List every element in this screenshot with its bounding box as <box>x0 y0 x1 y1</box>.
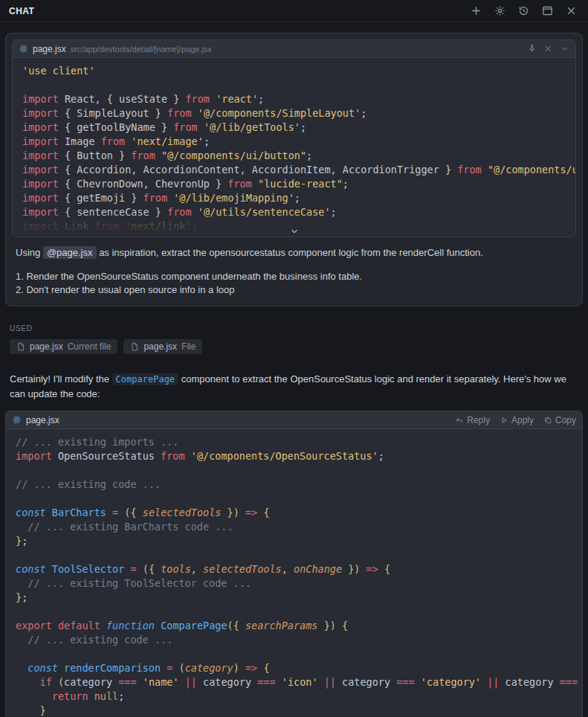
pin-button[interactable] <box>527 44 537 54</box>
plus-icon <box>471 5 482 16</box>
attached-code-body: 'use client' import React, { useState } … <box>13 58 575 237</box>
react-file-icon <box>19 44 28 54</box>
history-icon <box>518 5 529 16</box>
attached-code-header: page.jsx src/app/devtools/detail/[name]/… <box>13 40 575 58</box>
message-text-post: as inspiration, extract the opensourcest… <box>99 247 483 258</box>
assistant-code-body: // ... existing imports ...import OpenSo… <box>6 429 582 717</box>
chevron-down-icon <box>288 226 300 237</box>
chip-file-type: Current file <box>68 341 112 352</box>
play-icon <box>500 416 508 425</box>
gear-icon <box>494 5 505 16</box>
reply-button[interactable]: Reply <box>455 415 490 425</box>
settings-button[interactable] <box>491 3 508 19</box>
used-section-label: USED <box>10 324 578 332</box>
expand-code-button[interactable] <box>288 226 300 237</box>
user-message-list: 1. Render the OpenSourceStatus component… <box>16 270 572 297</box>
chip-file-name: page.jsx <box>30 341 63 352</box>
assistant-text-pre: Certainly! I'll modify the <box>10 373 109 385</box>
chat-topbar: CHAT <box>0 0 588 22</box>
assistant-code-actions: Reply Apply Copy <box>455 415 576 425</box>
close-icon <box>543 44 553 54</box>
collapse-card-button[interactable] <box>560 44 569 54</box>
component-reference-link[interactable]: ComparePage <box>112 373 178 385</box>
assistant-code-header: page.jsx Reply Apply Copy <box>6 411 582 429</box>
file-icon <box>16 342 25 351</box>
user-message-panel: page.jsx src/app/devtools/detail/[name]/… <box>5 33 583 306</box>
pin-icon <box>527 44 537 54</box>
attached-code-actions <box>527 44 569 54</box>
file-mention-chip[interactable]: @page.jsx <box>43 246 97 259</box>
list-item-2: 2. Don't render the usual open source in… <box>16 284 234 295</box>
chip-file-name: page.jsx <box>143 341 177 352</box>
user-message-line: Using @page.jsx as inspiration, extract … <box>16 246 572 260</box>
topbar-actions <box>468 3 579 19</box>
chat-title: CHAT <box>9 6 34 16</box>
assistant-code-lines: // ... existing imports ...import OpenSo… <box>16 435 582 717</box>
remove-attachment-button[interactable] <box>543 44 553 54</box>
assistant-code-card: page.jsx Reply Apply Copy // ... existin… <box>5 411 583 717</box>
open-editor-icon <box>542 5 553 16</box>
used-chip-current-file[interactable]: page.jsx Current file <box>10 339 117 354</box>
close-icon <box>566 5 577 16</box>
chip-file-type: File <box>181 341 196 352</box>
used-chip-file[interactable]: page.jsx File <box>123 339 202 354</box>
assistant-file-name: page.jsx <box>26 415 59 425</box>
copy-button[interactable]: Copy <box>543 415 576 425</box>
new-chat-button[interactable] <box>468 3 484 19</box>
attached-file-path: src/app/devtools/detail/[name]/page.jsx <box>71 45 523 54</box>
chevron-down-icon <box>560 44 569 54</box>
attached-code-lines: 'use client' import React, { useState } … <box>22 64 575 234</box>
reply-icon <box>455 416 464 425</box>
assistant-message-text: Certainly! I'll modify the ComparePage c… <box>10 372 578 401</box>
close-chat-button[interactable] <box>563 3 579 19</box>
history-button[interactable] <box>515 3 532 19</box>
attached-file-name: page.jsx <box>33 44 66 54</box>
attached-code-card: page.jsx src/app/devtools/detail/[name]/… <box>12 39 576 237</box>
message-text-pre: Using <box>16 247 40 258</box>
used-chips: page.jsx Current file page.jsx File <box>10 339 578 354</box>
copy-icon <box>543 416 552 425</box>
react-file-icon <box>12 415 22 425</box>
apply-button[interactable]: Apply <box>500 415 534 425</box>
list-item-1: 1. Render the OpenSourceStatus component… <box>16 271 362 282</box>
file-icon <box>130 342 139 351</box>
open-editor-button[interactable] <box>539 3 555 19</box>
user-message-text: Using @page.jsx as inspiration, extract … <box>12 237 576 297</box>
